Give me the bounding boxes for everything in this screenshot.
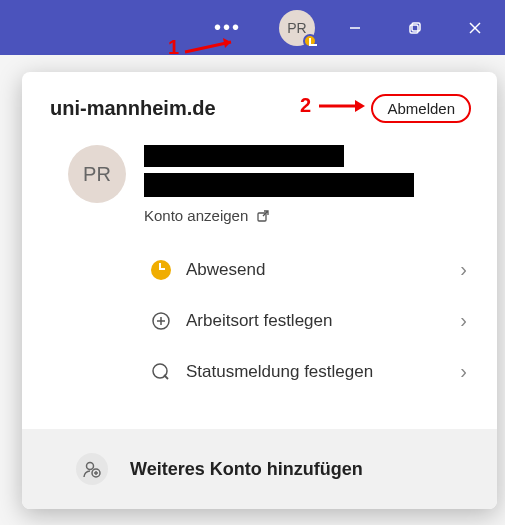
- titlebar-avatar[interactable]: PR: [279, 10, 315, 46]
- status-badge-away-icon: [303, 34, 317, 48]
- svg-point-10: [87, 463, 94, 470]
- view-account-link[interactable]: Konto anzeigen: [144, 207, 469, 224]
- svg-rect-1: [410, 25, 418, 33]
- menu-item-work-location[interactable]: Arbeitsort festlegen ›: [150, 295, 487, 346]
- menu-item-presence[interactable]: Abwesend ›: [150, 244, 487, 295]
- menu-label: Abwesend: [186, 260, 446, 280]
- profile-info: Konto anzeigen: [144, 145, 469, 224]
- tenant-domain: uni-mannheim.de: [50, 97, 216, 120]
- view-account-label: Konto anzeigen: [144, 207, 248, 224]
- popover-header: uni-mannheim.de Abmelden: [22, 72, 497, 139]
- profile-avatar: PR: [68, 145, 126, 203]
- away-icon: [150, 259, 172, 281]
- close-button[interactable]: [455, 8, 495, 48]
- svg-rect-2: [412, 23, 420, 31]
- sign-out-button[interactable]: Abmelden: [371, 94, 471, 123]
- profile-section: PR Konto anzeigen: [22, 139, 497, 234]
- edit-status-icon: [150, 361, 172, 383]
- minimize-button[interactable]: [335, 8, 375, 48]
- more-options-button[interactable]: •••: [206, 16, 249, 39]
- user-email-redacted: [144, 173, 414, 197]
- chevron-right-icon: ›: [460, 360, 467, 383]
- title-bar: ••• PR: [0, 0, 505, 55]
- maximize-button[interactable]: [395, 8, 435, 48]
- account-popover: uni-mannheim.de Abmelden PR Konto anzeig…: [22, 72, 497, 509]
- status-menu: Abwesend › Arbeitsort festlegen › Status…: [22, 234, 497, 405]
- avatar-initials: PR: [287, 20, 306, 36]
- chevron-right-icon: ›: [460, 309, 467, 332]
- chevron-right-icon: ›: [460, 258, 467, 281]
- avatar-initials: PR: [83, 163, 111, 186]
- user-name-redacted: [144, 145, 344, 167]
- add-account-icon: [76, 453, 108, 485]
- add-account-label: Weiteres Konto hinzufügen: [130, 459, 363, 480]
- external-link-icon: [256, 209, 270, 223]
- menu-label: Statusmeldung festlegen: [186, 362, 446, 382]
- menu-item-status-message[interactable]: Statusmeldung festlegen ›: [150, 346, 487, 397]
- add-account-button[interactable]: Weiteres Konto hinzufügen: [22, 429, 497, 509]
- menu-label: Arbeitsort festlegen: [186, 311, 446, 331]
- location-add-icon: [150, 310, 172, 332]
